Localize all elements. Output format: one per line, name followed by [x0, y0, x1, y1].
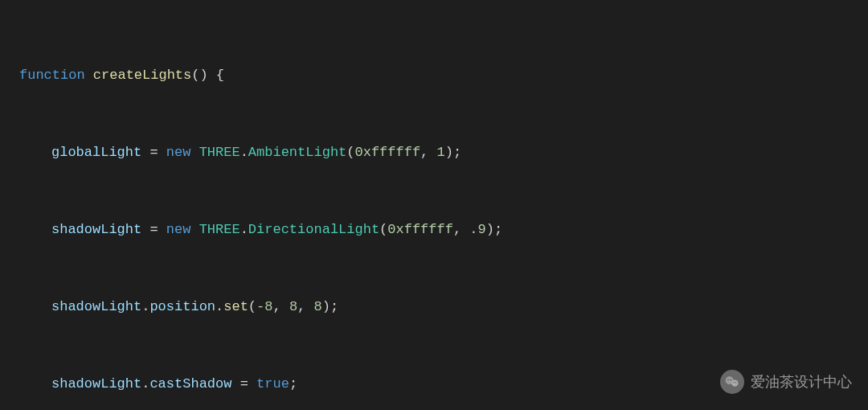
brace-open: {	[216, 68, 224, 83]
code-line: shadowLight = new THREE.DirectionalLight…	[19, 217, 868, 243]
code-line: function createLights() {	[19, 63, 868, 88]
code-line: shadowLight.position.set(-8, 8, 8);	[19, 294, 868, 320]
function-name: createLights	[93, 68, 191, 83]
keyword-new: new	[166, 222, 191, 237]
code-line: globalLight = new THREE.AmbientLight(0xf…	[19, 140, 868, 166]
code-line: shadowLight.castShadow = true;	[19, 371, 868, 397]
keyword-new: new	[166, 145, 191, 160]
keyword-function: function	[19, 68, 85, 83]
keyword-true: true	[256, 376, 289, 392]
code-editor: function createLights() { globalLight = …	[0, 0, 868, 410]
